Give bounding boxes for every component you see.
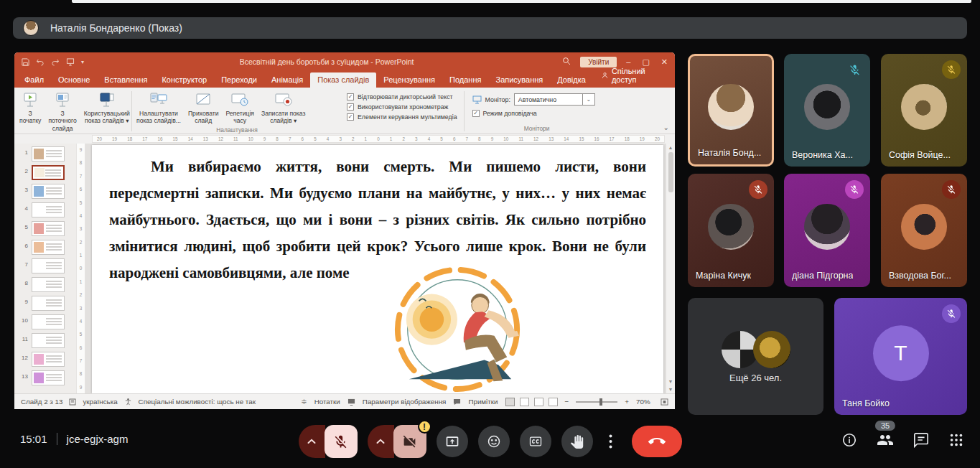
signin-button[interactable]: Увійти [580,57,617,67]
normal-view-button[interactable] [505,398,515,406]
participant-tile-sofia[interactable]: Софія Войце... [881,54,967,167]
participants-button[interactable]: 35 [877,431,894,451]
vertical-scrollbar[interactable]: ▲ ▼▼ [666,144,675,393]
participant-tile-vzvodova[interactable]: Взводова Бог... [881,174,967,287]
scrollbar-thumb[interactable] [668,152,673,192]
tab-Рецензування[interactable]: Рецензування [376,72,442,88]
present-button[interactable] [437,426,468,457]
display-settings-icon[interactable] [69,398,76,406]
monitor-select[interactable]: Автоматично ⌄ [514,93,595,106]
share-button[interactable]: Спільний доступ [593,67,675,88]
reading-view-button[interactable] [534,398,543,406]
apps-grid-button[interactable] [948,432,964,451]
slide-thumbnail-12[interactable]: 12 [14,352,76,368]
mic-options-chevron[interactable] [299,425,325,458]
tab-Файл[interactable]: Файл [17,72,51,88]
comments-button[interactable]: Примітки [468,398,498,406]
qat-customize-icon[interactable]: ▾ [81,59,84,65]
browser-top-strip [72,0,971,3]
presenter-bar: Наталія Бондаренко (Показ) [13,17,967,39]
tab-Показ слайдів[interactable]: Показ слайдів [310,72,376,88]
language-indicator[interactable]: українська [83,398,117,406]
slide-thumbnail-4[interactable]: 4 [14,202,76,218]
slide-thumbnail-11[interactable]: 11 [14,333,76,349]
slide-thumbnail-13[interactable]: 13 [14,370,76,386]
zoom-slider-thumb[interactable] [599,398,602,406]
maximize-button[interactable]: ▢ [642,57,649,67]
zoom-in-button[interactable]: + [625,398,629,406]
checkbox-checked-icon: ✓ [472,110,480,117]
camera-control[interactable]: ! [368,425,426,458]
custom-slideshow-button[interactable]: Користувацький показ слайдів ▾ [80,89,134,125]
captions-button[interactable] [520,426,551,457]
more-options-button[interactable] [603,434,619,449]
redo-icon[interactable] [51,58,60,66]
slideshow-option-checkbox[interactable]: ✓Використовувати хронометраж [347,103,457,111]
save-icon[interactable] [22,58,29,66]
participant-tile-marina[interactable]: Маріна Кичук [688,174,774,287]
overflow-count-label: Ещё 26 чел. [688,373,823,383]
slideshow-icon[interactable] [66,58,75,66]
slideshow-view-button[interactable] [549,398,558,406]
zoom-percentage[interactable]: 70% [636,398,653,406]
meeting-details-button[interactable] [841,432,857,451]
slide-thumbnail-5[interactable]: 5 [14,221,76,237]
camera-options-chevron[interactable] [368,425,394,458]
accessibility-status[interactable]: Спеціальні можливості: щось не так [139,398,256,406]
tab-Переходи[interactable]: Переходи [214,72,264,88]
accessibility-icon[interactable] [124,398,132,406]
from-current-slide-button[interactable]: З поточного слайда [45,89,80,132]
tab-Подання[interactable]: Подання [442,72,488,88]
minimize-button[interactable]: – [626,57,630,67]
mic-control[interactable] [299,425,358,458]
participant-tile-natalia[interactable]: Наталія Бонд... [688,54,774,167]
undo-icon[interactable] [36,58,45,66]
display-options-button[interactable]: Параметри відображення [363,398,447,406]
notes-button[interactable]: Нотатки [314,398,340,406]
fit-to-window-icon[interactable] [661,398,668,406]
presenter-view-checkbox[interactable]: ✓ Режим доповідача [472,110,602,117]
mic-off-button[interactable] [325,425,358,458]
slideshow-option-checkbox[interactable]: ✓Елементи керування мультимедіа [347,113,457,121]
zoom-slider[interactable] [576,401,617,403]
tab-Анімація[interactable]: Анімація [264,72,310,88]
notes-icon[interactable]: ≑ [301,398,307,406]
display-options-icon[interactable] [347,398,355,406]
tab-Вставлення[interactable]: Вставлення [97,72,154,88]
participant-name: Вероника Ха... [792,150,853,160]
slide-thumbnail-9[interactable]: 9 [14,296,76,312]
slideshow-option-checkbox[interactable]: ✓Відтворювати дикторський текст [347,93,457,100]
slide-thumbnail-10[interactable]: 10 [14,314,76,330]
tab-Записування[interactable]: Записування [488,72,550,88]
slide-thumbnail-1[interactable]: 1 [14,146,76,162]
collapse-ribbon-icon[interactable]: ⌄ [663,123,669,131]
tab-Довідка[interactable]: Довідка [550,72,593,88]
reactions-button[interactable] [478,426,510,457]
setup-slideshow-button[interactable]: Налаштувати показ слайдів... [133,89,185,125]
from-beginning-button[interactable]: З початку [16,89,45,125]
person-icon [602,72,608,79]
comments-icon[interactable] [453,398,461,406]
chat-button[interactable] [913,432,929,451]
monitor-custom-icon [98,91,116,108]
raise-hand-button[interactable] [561,426,593,457]
zoom-out-button[interactable]: − [565,398,569,406]
hide-slide-button[interactable]: Приховати слайд [185,89,223,125]
slide-thumbnail-6[interactable]: 6 [14,240,76,256]
tab-Основне[interactable]: Основне [51,72,97,88]
overflow-participants-tile[interactable]: Ещё 26 чел. [688,298,823,415]
slide-thumbnail-2[interactable]: 2 [14,165,76,181]
slide-thumbnail-3[interactable]: 3 [14,184,76,200]
participant-tile-tanya[interactable]: T Таня Бойко [834,298,967,415]
slide-thumbnail-8[interactable]: 8 [14,277,76,293]
tab-Конструктор[interactable]: Конструктор [154,72,214,88]
participant-tile-diana[interactable]: діана Підгорна [784,174,870,287]
close-button[interactable]: ✕ [661,57,668,67]
end-call-button[interactable] [632,426,682,457]
ppt-search-icon[interactable] [562,55,571,68]
slide-sorter-view-button[interactable] [520,398,529,406]
rehearse-timings-button[interactable]: Репетиція часу [222,89,258,125]
participant-tile-veronika[interactable]: Вероника Ха... [784,54,870,167]
record-slideshow-button[interactable]: Записати показ слайдів ▾ [258,89,309,125]
slide-thumbnail-7[interactable]: 7 [14,258,76,274]
